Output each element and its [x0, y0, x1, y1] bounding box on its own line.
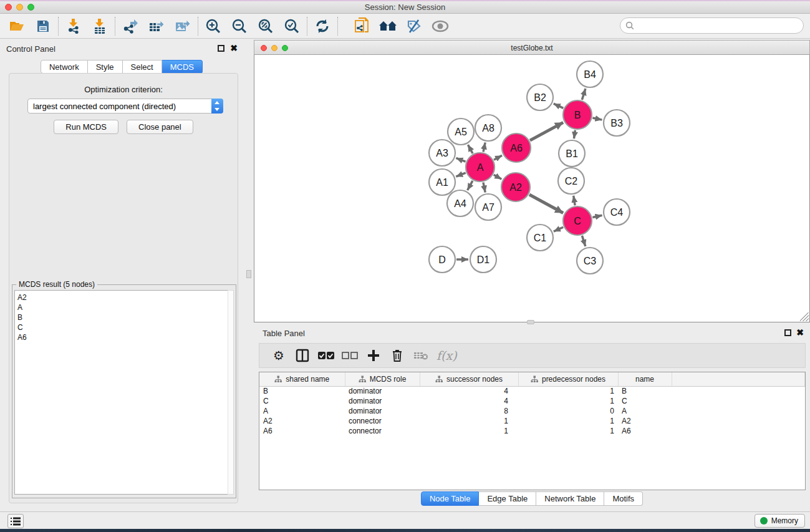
- mcds-result-item[interactable]: A2: [17, 293, 228, 302]
- import-network-button[interactable]: [60, 16, 87, 37]
- save-session-button[interactable]: [30, 16, 56, 37]
- home-views-button[interactable]: [375, 16, 401, 37]
- node-A8[interactable]: A8: [475, 115, 501, 141]
- node-A5[interactable]: A5: [448, 118, 474, 145]
- network-window-titlebar[interactable]: testGlobe.txt: [254, 40, 810, 55]
- cell-MCDS-role[interactable]: dominator: [345, 406, 420, 416]
- node-A1[interactable]: A1: [429, 169, 455, 195]
- mcds-result-item[interactable]: A6: [17, 332, 228, 342]
- table-row[interactable]: A6connector11A6: [259, 426, 805, 436]
- edge-A-A7[interactable]: [483, 182, 485, 192]
- memory-button[interactable]: Memory: [755, 514, 805, 528]
- mcds-result-item[interactable]: B: [17, 312, 228, 322]
- task-history-button[interactable]: [7, 514, 24, 528]
- column-header-MCDS-role[interactable]: MCDS role: [345, 372, 420, 386]
- cell-name[interactable]: B: [618, 386, 672, 396]
- hide-labels-button[interactable]: [401, 16, 427, 37]
- node-C[interactable]: C: [563, 206, 592, 235]
- edge-A-A2[interactable]: [494, 175, 502, 179]
- edge-A6-B[interactable]: [530, 122, 563, 140]
- edge-C-C1[interactable]: [554, 227, 563, 231]
- edge-C-C3[interactable]: [582, 236, 585, 246]
- cell-successor-nodes[interactable]: 1: [420, 426, 518, 436]
- close-panel-button[interactable]: Close panel: [127, 120, 193, 134]
- edge-A2-C[interactable]: [529, 195, 563, 213]
- table-settings-button[interactable]: ⚙: [267, 346, 291, 365]
- edge-C-C2[interactable]: [574, 196, 575, 206]
- edge-B-B4[interactable]: [582, 89, 586, 100]
- node-A4[interactable]: A4: [447, 190, 473, 216]
- table-row[interactable]: Adominator80A: [259, 406, 805, 416]
- tab-motifs[interactable]: Motifs: [604, 491, 643, 506]
- node-D1[interactable]: D1: [470, 246, 496, 273]
- criterion-select[interactable]: largest connected component (directed): [27, 99, 223, 114]
- edge-B-B2[interactable]: [554, 104, 564, 108]
- cell-MCDS-role[interactable]: dominator: [345, 386, 420, 396]
- node-C4[interactable]: C4: [604, 199, 630, 225]
- cell-shared-name[interactable]: A6: [259, 426, 345, 436]
- column-header-successor-nodes[interactable]: successor nodes: [420, 372, 518, 386]
- close-table-panel-icon[interactable]: ✖: [796, 327, 804, 337]
- cell-name[interactable]: A6: [618, 426, 672, 436]
- edge-B-B3[interactable]: [592, 118, 602, 120]
- import-table-button[interactable]: [87, 16, 113, 37]
- cell-name[interactable]: A2: [618, 416, 672, 426]
- tab-node-table[interactable]: Node Table: [421, 491, 480, 506]
- node-C2[interactable]: C2: [558, 168, 584, 194]
- export-image-button[interactable]: [170, 16, 196, 37]
- cell-successor-nodes[interactable]: 4: [420, 386, 518, 396]
- zoom-fit-button[interactable]: [253, 16, 279, 37]
- search-field[interactable]: [620, 17, 804, 34]
- node-A7[interactable]: A7: [475, 194, 501, 220]
- edge-B-B1[interactable]: [574, 130, 575, 139]
- tab-style[interactable]: Style: [88, 60, 123, 74]
- table-row[interactable]: Cdominator41C: [259, 396, 805, 406]
- zoom-selected-button[interactable]: [279, 16, 305, 37]
- tab-network-table[interactable]: Network Table: [536, 491, 604, 506]
- cell-successor-nodes[interactable]: 1: [420, 416, 518, 426]
- node-C1[interactable]: C1: [527, 225, 553, 251]
- cell-predecessor-nodes[interactable]: 1: [518, 416, 618, 426]
- node-A[interactable]: A: [466, 153, 494, 181]
- edge-A-A6[interactable]: [494, 155, 502, 160]
- splitter-handle[interactable]: [246, 270, 251, 278]
- cell-shared-name[interactable]: C: [259, 396, 345, 406]
- float-panel-icon[interactable]: [218, 45, 224, 52]
- edge-A-A1[interactable]: [456, 173, 465, 177]
- node-B2[interactable]: B2: [527, 84, 553, 110]
- cell-MCDS-role[interactable]: connector: [345, 416, 420, 426]
- tab-edge-table[interactable]: Edge Table: [479, 491, 536, 506]
- cell-predecessor-nodes[interactable]: 1: [518, 386, 618, 396]
- cell-successor-nodes[interactable]: 8: [420, 406, 518, 416]
- select-all-button[interactable]: [314, 346, 338, 365]
- cell-shared-name[interactable]: A2: [259, 416, 345, 426]
- cell-shared-name[interactable]: B: [259, 386, 345, 396]
- cell-predecessor-nodes[interactable]: 1: [518, 396, 618, 406]
- delete-table-button[interactable]: [409, 346, 433, 365]
- column-header-name[interactable]: name: [618, 372, 672, 386]
- result-scrollbar[interactable]: [228, 290, 234, 495]
- column-header-shared-name[interactable]: shared name: [259, 372, 345, 386]
- clone-network-button[interactable]: [349, 16, 375, 37]
- split-view-button[interactable]: [291, 346, 314, 365]
- export-network-button[interactable]: [117, 16, 143, 37]
- node-B3[interactable]: B3: [604, 110, 630, 136]
- show-details-button[interactable]: [427, 16, 453, 37]
- node-B4[interactable]: B4: [577, 61, 603, 87]
- cell-successor-nodes[interactable]: 4: [420, 396, 518, 406]
- cell-shared-name[interactable]: A: [259, 406, 345, 416]
- cell-name[interactable]: C: [618, 396, 672, 406]
- edge-A-A4[interactable]: [468, 181, 473, 190]
- cell-predecessor-nodes[interactable]: 1: [518, 426, 618, 436]
- vertical-splitter[interactable]: [243, 39, 254, 511]
- add-column-button[interactable]: [362, 346, 385, 365]
- edge-A-A8[interactable]: [483, 143, 485, 152]
- delete-column-button[interactable]: [385, 346, 409, 365]
- zoom-out-button[interactable]: [226, 16, 253, 37]
- tab-network[interactable]: Network: [41, 60, 88, 74]
- mcds-result-item[interactable]: A: [17, 302, 228, 312]
- refresh-view-button[interactable]: [309, 16, 335, 37]
- cell-MCDS-role[interactable]: connector: [345, 426, 420, 436]
- cell-predecessor-nodes[interactable]: 0: [518, 406, 618, 416]
- network-canvas[interactable]: B4B2BB3A5A8A6B1A3AC2A1A2A4A7C4CC1C3DD1: [254, 55, 810, 322]
